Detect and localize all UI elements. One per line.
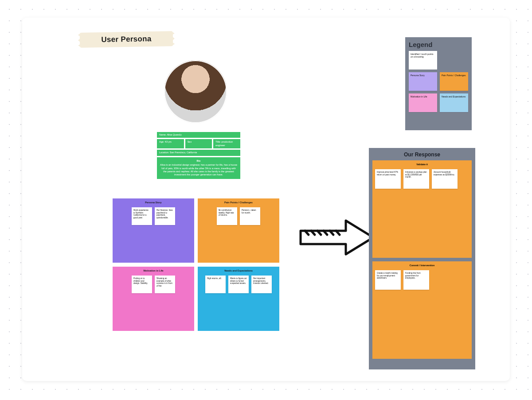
legend-item[interactable]: Persona Story <box>409 72 437 91</box>
info-name: Name: Alisa Quando <box>157 132 240 138</box>
quadrant-heading: Motivation in Life <box>115 269 192 272</box>
sticky-note[interactable]: Work experience in Northern California f… <box>132 207 152 225</box>
legend-item[interactable]: Identified / touch points on a knowing <box>409 51 437 70</box>
response-section-heading: Validate it <box>375 163 469 166</box>
sticky-note[interactable]: Putting on to children and design. Stabi… <box>132 276 152 293</box>
quadrant-heading: Pain Points / Challenges <box>200 201 277 204</box>
info-sex: Sex <box>185 139 212 148</box>
sticky-note[interactable]: Pension + taken for month. <box>240 207 260 225</box>
sticky-note[interactable]: Showing an example of what success is in… <box>155 276 175 293</box>
quadrant-pain-points[interactable]: Pain Points / Challenges $1 contribution… <box>198 198 279 263</box>
sticky-note[interactable]: Funding line from government for employe… <box>403 270 429 290</box>
sticky-note[interactable]: High returns, all. <box>205 276 226 293</box>
legend-heading: Legend <box>409 41 468 48</box>
info-age: Age: 43 yrs <box>157 139 184 148</box>
sticky-note[interactable]: Her important arrangements. Investor ori… <box>251 276 272 293</box>
arrow-icon[interactable] <box>297 215 377 260</box>
sticky-note[interactable]: Create a match-making for your employmen… <box>375 270 401 290</box>
title-banner[interactable]: User Persona <box>80 31 173 48</box>
sticky-note[interactable]: Wants to figure out where to funnel susp… <box>228 276 249 293</box>
legend-item[interactable]: Motivation in Life <box>409 93 437 112</box>
response-panel[interactable]: Our Response Validate it Improve price l… <box>369 148 475 369</box>
quadrant-heading: Needs and Expectations <box>200 269 277 272</box>
sticky-note[interactable]: Introduce a savings plan at $11,500/830 … <box>403 169 429 189</box>
response-heading: Our Response <box>372 151 472 158</box>
info-title: Title: production engineer <box>213 139 240 148</box>
response-section-commit[interactable]: Commit / Intervention Create a match-mak… <box>372 261 472 359</box>
whiteboard-canvas[interactable]: User Persona Name: Alisa Quando Age: 43 … <box>22 18 510 381</box>
sticky-note[interactable]: Improve price level 47% return on past m… <box>375 169 401 189</box>
legend-panel[interactable]: Legend Identified / touch points on a kn… <box>405 37 472 130</box>
bio-text: Alisa is an industrial design engineer, … <box>160 163 237 176</box>
legend-item[interactable]: Pain Points / Challenges <box>440 72 468 91</box>
response-section-heading: Commit / Intervention <box>375 264 469 267</box>
quadrant-heading: Persona Story <box>115 201 192 204</box>
response-section-validate[interactable]: Validate it Improve price level 47% retu… <box>372 160 472 258</box>
legend-item[interactable]: Needs and Expectations <box>440 93 468 112</box>
info-location: Location: San Francisco, California <box>157 150 240 155</box>
sticky-note[interactable]: Her finances: lives paycheck to paycheck… <box>155 207 175 225</box>
persona-info-block[interactable]: Name: Alisa Quando Age: 43 yrs Sex Title… <box>157 132 240 179</box>
sticky-note[interactable]: $1 contribution weekly. High rate of ret… <box>217 207 237 225</box>
title-text: User Persona <box>101 35 152 44</box>
quadrant-motivation[interactable]: Motivation in Life Putting on to childre… <box>113 267 194 331</box>
info-bio: Bio Alisa is an industrial design engine… <box>157 157 240 179</box>
sticky-note[interactable]: Account household expenses as $2559/mo. <box>432 169 458 189</box>
bio-heading: Bio <box>160 159 237 163</box>
quadrant-needs[interactable]: Needs and Expectations High returns, all… <box>198 267 279 331</box>
persona-avatar[interactable] <box>164 60 227 123</box>
quadrant-persona-story[interactable]: Persona Story Work experience in Norther… <box>113 198 194 263</box>
